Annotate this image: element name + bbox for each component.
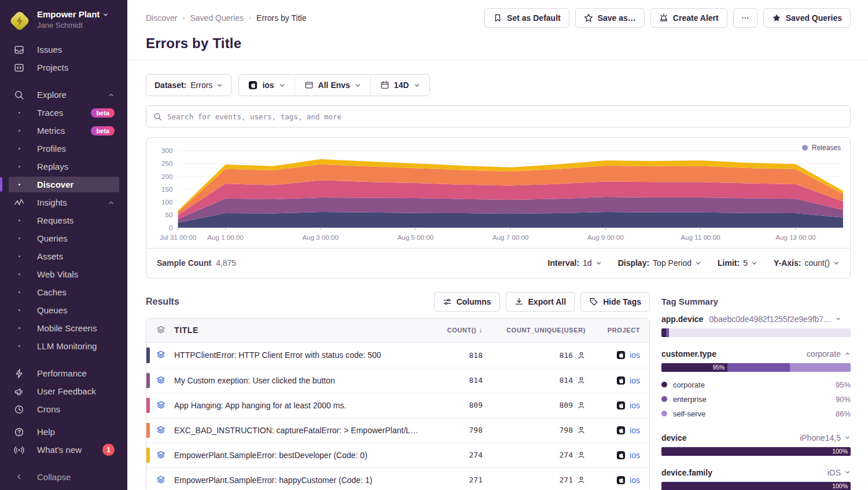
tag-value-row[interactable]: enterprise90% <box>661 392 851 407</box>
bullet-icon <box>14 220 24 221</box>
table-row[interactable]: App Hanging: App hanging for at least 20… <box>146 393 649 418</box>
stack-icon[interactable] <box>146 476 174 485</box>
tag-section-header[interactable]: device.familyiOS <box>661 468 851 477</box>
sidebar-item-crons[interactable]: Crons <box>0 400 127 418</box>
sidebar-item-replays[interactable]: Replays <box>0 158 127 175</box>
column-header-count[interactable]: COUNT()↓ <box>427 326 483 334</box>
sidebar-item-performance[interactable]: Performance <box>0 364 127 382</box>
stack-icon[interactable] <box>146 401 174 410</box>
sidebar-item-queries[interactable]: Queries <box>0 229 127 247</box>
releases-legend-toggle[interactable]: Releases <box>802 144 841 152</box>
sidebar-item-discover[interactable]: Discover <box>0 175 127 193</box>
table-row[interactable]: HTTPClientError: HTTP Client Error with … <box>146 343 649 368</box>
create-alert-button[interactable]: Create Alert <box>650 8 727 28</box>
tag-section-header[interactable]: customer.typecorporate <box>661 349 851 359</box>
sidebar-item-label: Replays <box>37 162 68 171</box>
sidebar-item-insights[interactable]: Insights <box>0 193 127 211</box>
sidebar-item-requests[interactable]: Requests <box>0 211 127 229</box>
svg-text:Aug 5 00:00: Aug 5 00:00 <box>398 233 434 241</box>
columns-button[interactable]: Columns <box>434 292 500 312</box>
limit-control[interactable]: Limit:5 <box>718 258 757 268</box>
svg-text:Aug 9 00:00: Aug 9 00:00 <box>587 233 624 241</box>
row-count: 274 <box>427 451 483 459</box>
sidebar-item-label: Metrics <box>37 126 65 136</box>
tag-sections: app.device0baebc0de4982f1255f2e9e9fb7…cu… <box>661 315 851 490</box>
sidebar-item-user-feedback[interactable]: User Feedback <box>0 382 127 400</box>
sidebar-item-label: Queries <box>37 233 68 243</box>
tag-value-row[interactable]: corporate95% <box>661 378 851 392</box>
tag-distribution-bar: 100% <box>661 447 851 456</box>
sidebar-item-queues[interactable]: Queues <box>0 301 127 319</box>
sidebar-item-what-s-new[interactable]: What's new1 <box>0 441 127 459</box>
column-header-count-unique[interactable]: COUNT_UNIQUE(USER) <box>483 327 586 334</box>
saved-queries-button[interactable]: Saved Queries <box>763 8 851 28</box>
hide-tags-button[interactable]: Hide Tags <box>580 292 650 312</box>
breadcrumb: Discover › Saved Queries › Errors by Tit… <box>146 13 306 23</box>
tag-section-header[interactable]: app.device0baebc0de4982f1255f2e9e9fb7… <box>661 315 851 324</box>
table-row[interactable]: EmpowerPlant.SampleError: happyCustomer … <box>146 467 649 490</box>
stack-icon[interactable] <box>146 350 174 360</box>
apple-icon <box>616 401 626 410</box>
breadcrumb-separator: › <box>182 14 185 22</box>
table-body: HTTPClientError: HTTP Client Error with … <box>146 343 649 490</box>
project-link[interactable]: ios <box>630 401 640 410</box>
tag-icon <box>589 297 598 306</box>
sidebar-item-traces[interactable]: Tracesbeta <box>0 104 127 122</box>
sidebar-item-caches[interactable]: Caches <box>0 283 127 301</box>
project-link[interactable]: ios <box>630 350 640 360</box>
sidebar-item-profiles[interactable]: Profiles <box>0 140 127 158</box>
search-input[interactable] <box>167 112 843 121</box>
sidebar-item-metrics[interactable]: Metricsbeta <box>0 122 127 140</box>
help-icon <box>14 427 24 437</box>
project-link[interactable]: ios <box>630 451 640 460</box>
interval-control[interactable]: Interval:1d <box>548 258 602 268</box>
breadcrumb-saved-queries[interactable]: Saved Queries <box>190 13 244 23</box>
tag-key: customer.type <box>661 349 716 359</box>
svg-text:50: 50 <box>165 211 173 218</box>
project-link[interactable]: ios <box>630 476 640 485</box>
stack-icon[interactable] <box>146 426 174 435</box>
table-row[interactable]: EXC_BAD_INSTRUCTION: captureFatalError: … <box>146 418 649 443</box>
project-link[interactable]: ios <box>630 376 640 385</box>
project-filter[interactable]: ios <box>239 75 294 96</box>
table-row[interactable]: My Custom exeption: User clicked the but… <box>146 368 649 393</box>
save-as-button[interactable]: Save as… <box>575 8 645 28</box>
tag-top-value: 0baebc0de4982f1255f2e9e9fb7… <box>709 315 832 324</box>
tag-value-row[interactable]: self-serve86% <box>661 407 851 421</box>
export-all-button[interactable]: Export All <box>506 292 575 312</box>
more-actions-button[interactable] <box>733 8 757 28</box>
date-range-filter[interactable]: 14D <box>370 75 429 96</box>
sidebar-item-help[interactable]: Help <box>0 423 127 441</box>
stack-icon[interactable] <box>146 451 174 460</box>
stack-icon[interactable] <box>146 376 174 385</box>
dataset-selector[interactable]: Dataset: Errors <box>146 74 231 96</box>
sidebar-item-mobile-screens[interactable]: Mobile Screens <box>0 319 127 337</box>
sidebar-collapse[interactable]: Collapse <box>0 463 127 490</box>
ellipsis-icon <box>741 13 750 23</box>
table-row[interactable]: EmpowerPlant.SampleError: bestDeveloper … <box>146 443 649 467</box>
column-header-project[interactable]: PROJECT <box>586 327 649 334</box>
tag-section-header[interactable]: deviceiPhone14,5 <box>661 433 851 443</box>
sidebar-item-explore[interactable]: Explore <box>0 86 127 104</box>
org-switcher[interactable]: Empower Plant Jane Schmidt <box>0 8 127 38</box>
sidebar-item-label: Explore <box>37 90 67 100</box>
breadcrumb-discover[interactable]: Discover <box>146 13 177 23</box>
display-control[interactable]: Display:Top Period <box>618 258 701 268</box>
set-as-default-button[interactable]: Set as Default <box>484 8 569 28</box>
sidebar-item-llm-monitoring[interactable]: LLM Monitoring <box>0 337 127 355</box>
column-header-title[interactable]: TITLE <box>174 326 427 335</box>
environment-filter[interactable]: All Envs <box>295 75 370 96</box>
yaxis-control[interactable]: Y-Axis:count() <box>774 258 840 268</box>
tag-value-dot <box>661 396 667 402</box>
project-link[interactable]: ios <box>630 426 640 435</box>
sidebar-item-assets[interactable]: Assets <box>0 247 127 265</box>
svg-text:Aug 1 00:00: Aug 1 00:00 <box>207 233 244 241</box>
sidebar-item-issues[interactable]: Issues <box>0 41 127 58</box>
sidebar-item-label: Projects <box>37 63 68 72</box>
svg-text:0: 0 <box>169 224 172 231</box>
sidebar-item-web-vitals[interactable]: Web Vitals <box>0 265 127 283</box>
sidebar-item-projects[interactable]: Projects <box>0 58 127 76</box>
collapse-label: Collapse <box>37 472 71 482</box>
row-count-unique: 809 <box>483 401 586 409</box>
chevron-down-icon <box>595 260 602 266</box>
